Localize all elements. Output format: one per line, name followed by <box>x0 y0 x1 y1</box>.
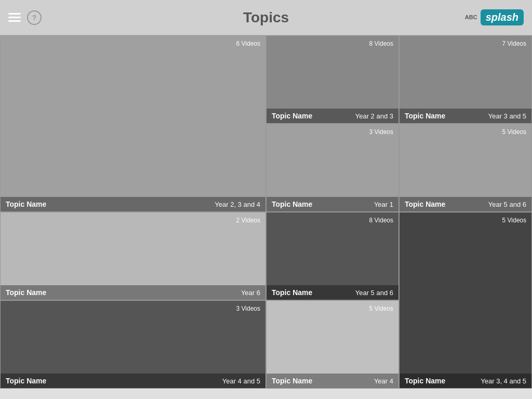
topic-name-3: Topic Name <box>405 112 445 120</box>
year-6: Year 6 <box>241 289 260 297</box>
tile-label-3: Topic Name Year 3 and 5 <box>400 109 531 123</box>
year-7: Year 5 and 6 <box>355 289 393 297</box>
abc-logo: ABC <box>465 14 477 20</box>
topic-tile-6[interactable]: 2 Videos Topic Name Year 6 <box>0 212 266 300</box>
topic-name-5: Topic Name <box>405 200 445 208</box>
video-count-5: 5 Videos <box>502 128 526 136</box>
topic-tile-3[interactable]: 7 Videos Topic Name Year 3 and 5 <box>399 35 532 124</box>
topic-name-4: Topic Name <box>272 200 312 208</box>
year-3: Year 3 and 5 <box>488 112 526 120</box>
year-9: Year 4 and 5 <box>222 377 260 385</box>
topic-tile-7[interactable]: 8 Videos Topic Name Year 5 and 6 <box>266 212 399 300</box>
tile-label-6: Topic Name Year 6 <box>1 285 265 300</box>
video-count-6: 2 Videos <box>236 217 260 224</box>
year-2: Year 2 and 3 <box>355 112 393 120</box>
help-button[interactable]: ? <box>27 10 42 25</box>
video-count-4: 3 Videos <box>369 128 393 136</box>
topic-tile-10[interactable]: 5 Videos Topic Name Year 4 <box>266 300 399 389</box>
hamburger-menu-button[interactable] <box>8 13 21 22</box>
year-5: Year 5 and 6 <box>488 201 526 208</box>
tile-label-10: Topic Name Year 4 <box>267 374 398 388</box>
video-count-10: 5 Videos <box>369 305 393 312</box>
logo-area: ABC splash <box>465 9 524 25</box>
topic-tile-2[interactable]: 8 Videos Topic Name Year 2 and 3 <box>266 35 399 124</box>
tile-label-5: Topic Name Year 5 and 6 <box>400 197 531 211</box>
video-count-9: 3 Videos <box>236 305 260 312</box>
topics-grid: 6 Videos Topic Name Year 2, 3 and 4 8 Vi… <box>0 35 532 399</box>
topic-tile-4[interactable]: 3 Videos Topic Name Year 1 <box>266 124 399 212</box>
topic-name-1: Topic Name <box>6 200 46 208</box>
topic-name-9: Topic Name <box>6 377 46 385</box>
tile-label-9: Topic Name Year 4 and 5 <box>1 374 265 388</box>
topic-name-10: Topic Name <box>272 377 312 385</box>
topic-name-7: Topic Name <box>272 288 312 297</box>
video-count-1: 6 Videos <box>236 40 260 47</box>
splash-logo: splash <box>481 9 524 25</box>
topic-name-2: Topic Name <box>272 112 312 120</box>
year-1: Year 2, 3 and 4 <box>215 201 260 208</box>
tile-label-8: Topic Name Year 3, 4 and 5 <box>400 374 531 388</box>
year-10: Year 4 <box>374 377 393 385</box>
video-count-7: 8 Videos <box>369 217 393 224</box>
topic-name-8: Topic Name <box>405 377 445 385</box>
tile-label-7: Topic Name Year 5 and 6 <box>267 285 398 300</box>
app-header: ? Topics ABC splash <box>0 0 532 35</box>
topic-tile-9[interactable]: 3 Videos Topic Name Year 4 and 5 <box>0 300 266 389</box>
topic-name-6: Topic Name <box>6 288 46 297</box>
tile-label-2: Topic Name Year 2 and 3 <box>267 109 398 123</box>
tile-label-1: Topic Name Year 2, 3 and 4 <box>1 197 265 211</box>
topic-tile-8[interactable]: 5 Videos Topic Name Year 3, 4 and 5 <box>399 212 532 389</box>
topic-tile-5[interactable]: 5 Videos Topic Name Year 5 and 6 <box>399 124 532 212</box>
tile-label-4: Topic Name Year 1 <box>267 197 398 211</box>
year-4: Year 1 <box>374 201 393 208</box>
video-count-2: 8 Videos <box>369 40 393 47</box>
topic-tile-1[interactable]: 6 Videos Topic Name Year 2, 3 and 4 <box>0 35 266 212</box>
video-count-8: 5 Videos <box>502 217 526 224</box>
video-count-3: 7 Videos <box>502 40 526 47</box>
year-8: Year 3, 4 and 5 <box>481 377 526 385</box>
header-left: ? <box>8 10 42 25</box>
page-title: Topics <box>243 9 289 26</box>
